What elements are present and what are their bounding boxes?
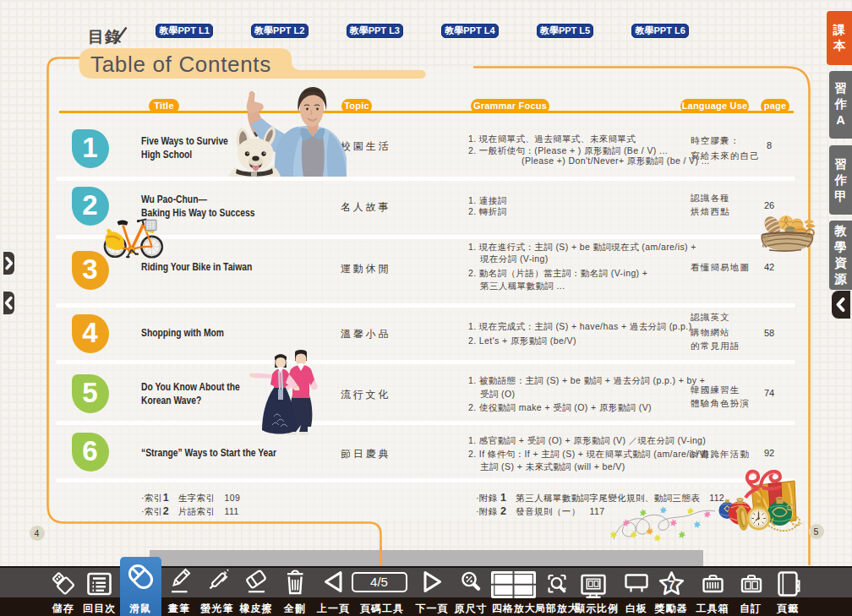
svg-text:7: 7 (669, 578, 675, 591)
